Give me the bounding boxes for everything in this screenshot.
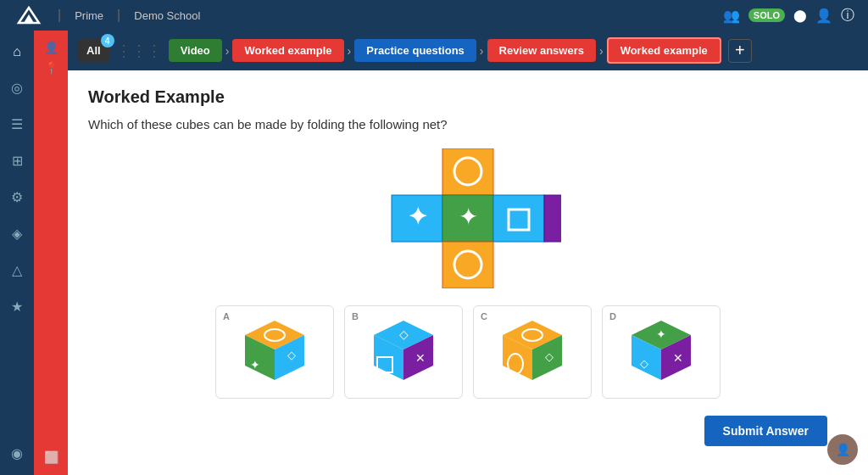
option-b-label: B [352,311,359,321]
option-a[interactable]: A ✦ ◇ [215,305,334,399]
svg-text:✦: ✦ [656,327,666,341]
svg-text:✦: ✦ [408,204,427,230]
tab-review[interactable]: Review answers [487,39,596,62]
home-icon[interactable]: ⌂ [9,41,25,63]
option-c-label: C [481,311,487,321]
red-expand-icon[interactable]: ⬜ [44,450,58,464]
tab-worked1[interactable]: Worked example [232,39,343,62]
settings-icon[interactable]: ⚙ [8,186,26,209]
left-sidebar: ⌂ ◎ ☰ ⊞ ⚙ ◈ △ ★ ◉ [0,31,34,475]
submit-button[interactable]: Submit Answer [704,416,827,446]
cube-d-svg: ✦ ◇ ✕ [619,316,704,388]
content-area: All 4 ⋮⋮⋮ Video › Worked example › Pract… [68,31,868,475]
tab-all[interactable]: All 4 [78,39,109,62]
solo-badge: SOLO [748,8,785,22]
tab-add-button[interactable]: + [728,39,752,63]
user-icon[interactable]: 👤 [815,8,832,24]
svg-text:◇: ◇ [287,349,296,361]
people-icon: 👥 [723,8,740,24]
star-icon[interactable]: ★ [8,295,26,318]
tab-bar: All 4 ⋮⋮⋮ Video › Worked example › Pract… [68,31,868,70]
option-b[interactable]: B ◇ ✕ [344,305,463,399]
option-d-label: D [609,311,616,321]
option-d[interactable]: D ✦ ◇ ✕ [602,305,721,399]
tab-all-badge: 4 [101,34,114,48]
circle-icon[interactable]: ◉ [8,442,26,465]
cube-c-svg: ◇ [490,316,575,388]
grid-icon[interactable]: ⊞ [8,149,26,172]
cube-b-svg: ◇ ✕ [361,316,446,388]
svg-text:✕: ✕ [560,205,562,232]
svg-marker-1 [24,14,34,23]
red-sidebar: 👤 📍 ⬜ [34,31,68,475]
svg-rect-10 [544,195,561,242]
option-a-label: A [223,311,230,321]
arrow3: › [480,44,484,58]
avatar: 👤 [827,434,858,465]
question-title: Worked Example [88,87,848,107]
arrow2: › [348,44,352,58]
svg-text:✦: ✦ [250,358,260,372]
tab-worked2[interactable]: Worked example [607,37,721,64]
nav-right: 👥 SOLO ⬤ 👤 ⓘ [723,7,854,25]
tab-practice[interactable]: Practice questions [354,39,476,62]
options-row: A ✦ ◇ [88,305,848,399]
top-nav: | Prime | Demo School 👥 SOLO ⬤ 👤 ⓘ [0,0,868,31]
tab-video[interactable]: Video [169,39,222,62]
svg-text:◇: ◇ [545,350,554,363]
list-icon[interactable]: ☰ [8,113,26,136]
cube-a-svg: ✦ ◇ [232,316,317,388]
svg-text:✕: ✕ [673,351,683,365]
logo [14,6,44,25]
prime-label[interactable]: Prime [75,9,103,22]
svg-text:✦: ✦ [459,204,478,230]
tab-separator: ⋮⋮⋮ [116,42,162,60]
eye-icon[interactable]: ◎ [8,76,26,99]
svg-text:◇: ◇ [640,357,648,370]
diamond-icon[interactable]: ◈ [8,222,25,245]
red-location-icon[interactable]: 📍 [44,61,58,75]
net-svg: ✦ ✦ ✕ [375,148,561,288]
svg-rect-12 [442,242,493,288]
question-text: Which of these cubes can be made by fold… [88,117,848,131]
arrow1: › [225,44,230,58]
chart-icon[interactable]: △ [8,259,25,282]
red-bottom: ⬜ [44,450,58,465]
svg-text:◇: ◇ [399,327,409,341]
submit-row: Submit Answer [88,416,848,460]
arrow4: › [599,44,604,58]
red-person-icon[interactable]: 👤 [44,41,58,54]
toggle[interactable]: ⬤ [793,8,807,22]
net-diagram: ✦ ✦ ✕ [88,148,848,288]
svg-text:✕: ✕ [415,351,426,365]
svg-rect-2 [442,148,493,195]
main-layout: ⌂ ◎ ☰ ⊞ ⚙ ◈ △ ★ ◉ 👤 📍 ⬜ All 4 ⋮⋮⋮ Video … [0,31,868,475]
svg-rect-8 [493,195,544,242]
question-area: Worked Example Which of these cubes can … [68,70,868,475]
nav-divider: | [58,8,61,23]
help-icon[interactable]: ⓘ [841,7,854,25]
school-label: Demo School [134,9,200,22]
nav-divider2: | [117,8,120,23]
option-c[interactable]: C ◇ [473,305,592,399]
